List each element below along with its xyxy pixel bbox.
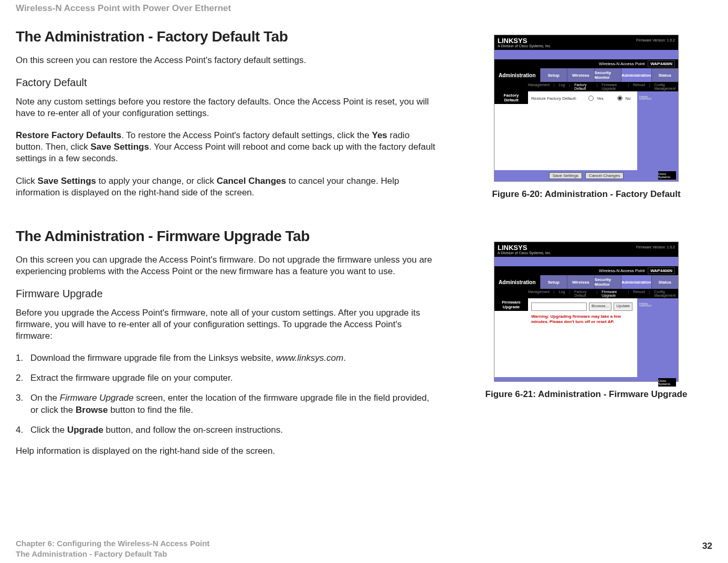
para-fd-note: Note any custom settings before you rest… [16, 96, 436, 119]
option-no: No [626, 96, 631, 101]
section-chip-firmware-upgrade: Firmware Upgrade [494, 298, 528, 311]
subheading-firmware-upgrade: Firmware Upgrade [16, 288, 436, 300]
subtab-reboot[interactable]: Reboot [633, 83, 645, 90]
subtab-reboot[interactable]: Reboot [633, 290, 645, 297]
text: . To restore the Access Point's factory … [121, 130, 372, 140]
product-bar: Wireless-N Access Point WAP4400N [494, 266, 678, 275]
bold-upgrade: Upgrade [67, 425, 103, 435]
browse-button[interactable]: Browse... [589, 303, 611, 311]
tab-security-monitor[interactable]: Security Monitor [594, 68, 621, 82]
subtab-log[interactable]: Log [559, 83, 565, 90]
heading-firmware-upgrade-tab: The Administration - Firmware Upgrade Ta… [16, 228, 436, 245]
tab-administration[interactable]: Administration [621, 275, 651, 289]
radio-yes[interactable] [588, 96, 594, 101]
bold-yes: Yes [372, 130, 387, 140]
linksys-subtitle: A Division of Cisco Systems, Inc. [498, 251, 675, 255]
product-name: Wireless-N Access Point [599, 268, 645, 273]
radio-no[interactable] [617, 96, 623, 101]
tab-setup[interactable]: Setup [540, 275, 567, 289]
upgrade-warning: Warning: Upgrading firmware may take a f… [531, 314, 634, 325]
para-fw-note: Before you upgrade the Access Point's fi… [16, 307, 436, 342]
firmware-upgrade-form: Browse... Update Warning: Upgrading firm… [528, 298, 637, 377]
update-button[interactable]: Update [614, 303, 632, 311]
text: button to find the file. [108, 405, 193, 415]
text: to apply your change, or click [96, 176, 217, 186]
step-2: Extract the firmware upgrade file on you… [16, 372, 436, 384]
tab-status[interactable]: Status [651, 275, 679, 289]
bold-restore-factory-defaults: Restore Factory Defaults [16, 130, 121, 140]
para-fd-restore: Restore Factory Defaults. To restore the… [16, 130, 436, 164]
linksys-subtitle: A Division of Cisco Systems, Inc. [498, 44, 675, 48]
step-4: Click the Upgrade button, and follow the… [16, 424, 436, 436]
subheading-factory-default: Factory Default [16, 77, 436, 89]
save-bar: Save Settings Cancel Changes Cisco Syste… [494, 170, 678, 181]
cisco-logo: Cisco Systems [658, 171, 676, 180]
cancel-changes-button[interactable]: Cancel Changes [585, 172, 624, 179]
subtab-log[interactable]: Log [559, 290, 565, 297]
firmware-version: Firmware Version: 1.0.2 [636, 245, 675, 249]
heading-factory-default-tab: The Administration - Factory Default Tab [16, 28, 436, 45]
help-panel: Help... [637, 298, 678, 377]
save-settings-button[interactable]: Save Settings [549, 172, 582, 179]
factory-default-form: Restore Factory Default: Yes No [528, 91, 637, 170]
step-1: Download the firmware upgrade file from … [16, 352, 436, 364]
help-link[interactable]: Help... [639, 301, 676, 306]
subtab-config-management[interactable]: Config Management [654, 290, 678, 297]
tab-wireless[interactable]: Wireless [567, 275, 594, 289]
cisco-logo: Cisco Systems [658, 378, 676, 387]
accent-strip [494, 257, 678, 266]
footer-chapter: Chapter 6: Configuring the Wireless-N Ac… [16, 538, 712, 549]
figure-6-21: LINKSYS A Division of Cisco Systems, Inc… [494, 242, 679, 382]
bold-browse: Browse [76, 405, 108, 415]
product-name: Wireless-N Access Point [599, 61, 645, 66]
main-column: The Administration - Factory Default Tab… [16, 28, 436, 467]
step-3: On the Firmware Upgrade screen, enter th… [16, 392, 436, 415]
help-panel: Help... [637, 91, 678, 170]
firmware-version: Firmware Version: 1.0.2 [636, 38, 675, 42]
fig-header: LINKSYS A Division of Cisco Systems, Inc… [494, 242, 678, 257]
figure-6-21-caption: Figure 6-21: Administration - Firmware U… [460, 389, 712, 400]
tab-status[interactable]: Status [651, 68, 679, 82]
sub-tab-bar: Management| Log| Factory Default| Firmwa… [494, 289, 678, 298]
section-label: Administration [494, 275, 540, 289]
bottom-bar: Cisco Systems [494, 377, 678, 381]
subtab-factory-default[interactable]: Factory Default [574, 83, 592, 90]
model-number: WAP4400N [648, 60, 675, 67]
subtab-management[interactable]: Management [528, 290, 550, 297]
section-chip-factory-default: Factory Default [494, 91, 528, 104]
italic-firmware-upgrade: Firmware Upgrade [60, 393, 134, 403]
bold-save-settings: Save Settings [38, 176, 97, 186]
model-number: WAP4400N [648, 267, 675, 274]
running-header: Wireless-N Access Point with Power Over … [16, 0, 712, 14]
text: Download the firmware upgrade file from … [30, 353, 276, 363]
firmware-path-input[interactable] [531, 303, 587, 311]
text: . [343, 353, 346, 363]
text: On the [30, 393, 60, 403]
italic-linksys-url: www.linksys.com [276, 353, 343, 363]
tab-setup[interactable]: Setup [540, 68, 567, 82]
tab-wireless[interactable]: Wireless [567, 68, 594, 82]
help-link[interactable]: Help... [639, 95, 676, 99]
option-yes: Yes [597, 96, 604, 101]
subtab-management[interactable]: Management [528, 83, 550, 90]
bold-save-settings: Save Settings [90, 142, 149, 152]
sub-tab-bar: Management| Log| Factory Default| Firmwa… [494, 82, 678, 91]
tab-security-monitor[interactable]: Security Monitor [594, 275, 621, 289]
subtab-firmware-upgrade[interactable]: Firmware Upgrade [602, 83, 624, 90]
steps-list: Download the firmware upgrade file from … [16, 352, 436, 435]
text: button, and follow the on-screen instruc… [103, 425, 283, 435]
tab-bar: Administration Setup Wireless Security M… [494, 275, 678, 289]
fig-header: LINKSYS A Division of Cisco Systems, Inc… [494, 35, 678, 50]
section-label: Administration [494, 68, 540, 82]
tab-administration[interactable]: Administration [621, 68, 651, 82]
subtab-factory-default[interactable]: Factory Default [574, 290, 592, 297]
label-restore-factory-default: Restore Factory Default: [531, 96, 577, 101]
product-bar: Wireless-N Access Point WAP4400N [494, 59, 678, 68]
tab-bar: Administration Setup Wireless Security M… [494, 68, 678, 82]
side-column: LINKSYS A Division of Cisco Systems, Inc… [460, 35, 712, 400]
bold-cancel-changes: Cancel Changes [217, 176, 286, 186]
subtab-config-management[interactable]: Config Management [654, 83, 678, 90]
para-fd-save: Click Save Settings to apply your change… [16, 175, 436, 199]
subtab-firmware-upgrade[interactable]: Firmware Upgrade [602, 290, 624, 297]
accent-strip [494, 50, 678, 59]
